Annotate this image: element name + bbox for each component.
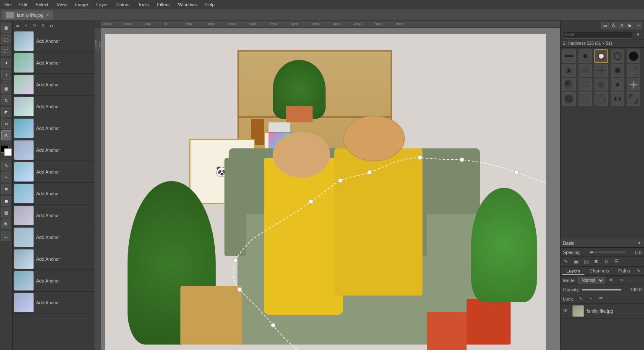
- brush-item-splat1[interactable]: [562, 92, 576, 106]
- tool-eraser[interactable]: ✖: [1, 184, 11, 194]
- tab-channels[interactable]: Channels: [585, 267, 613, 275]
- brush-item-soft[interactable]: [611, 64, 624, 77]
- menu-filters[interactable]: Filters: [156, 1, 172, 8]
- brush-item-star[interactable]: ★: [562, 64, 576, 77]
- menu-file[interactable]: File: [2, 1, 13, 8]
- anchor-item-2[interactable]: Add Anchor: [13, 74, 94, 96]
- brush-item-texture2[interactable]: [579, 78, 592, 91]
- tool-zoom[interactable]: 🔍: [1, 219, 11, 229]
- brush-refresh-btn[interactable]: ↻: [602, 258, 610, 265]
- lock-alpha-btn[interactable]: ☷: [597, 296, 604, 302]
- brush-copy-btn[interactable]: ▣: [572, 258, 580, 265]
- brush-item-splat5[interactable]: [627, 92, 640, 106]
- layer-item-0[interactable]: 👁 family life.jpg: [561, 303, 644, 319]
- panel-grid-btn[interactable]: ☷: [601, 22, 609, 29]
- brush-item-texture4[interactable]: [611, 78, 624, 91]
- mode-reset-btn[interactable]: ↻: [618, 277, 625, 284]
- brush-item-texture3[interactable]: [594, 78, 608, 91]
- anchor-item-6[interactable]: Add Anchor: [13, 161, 94, 183]
- tool-paint[interactable]: ✎: [1, 161, 11, 171]
- mode-select[interactable]: Normal: [578, 277, 605, 284]
- brush-item-circle-selected[interactable]: [594, 49, 608, 63]
- background-color[interactable]: [4, 148, 12, 156]
- tool-transform[interactable]: ⇅: [1, 95, 11, 105]
- brush-more-btn[interactable]: ☰: [613, 258, 620, 265]
- mode-arrow-btn[interactable]: ▼: [608, 277, 615, 284]
- brush-item-texture5[interactable]: [627, 78, 640, 91]
- menu-tools[interactable]: Tools: [136, 1, 151, 8]
- tool-flip[interactable]: ⇔: [1, 119, 11, 129]
- layer-visibility-icon[interactable]: 👁: [563, 308, 570, 314]
- panel-text-btn[interactable]: A: [610, 22, 617, 29]
- mode-more-btn[interactable]: ⋮: [628, 277, 635, 284]
- tool-ellipse-select[interactable]: ◯: [1, 34, 11, 44]
- brush-filter-input[interactable]: [563, 31, 632, 39]
- brush-edit-btn[interactable]: ✎: [562, 258, 570, 265]
- menu-select[interactable]: Select: [34, 1, 50, 8]
- left-panel-refresh-icon[interactable]: ↻: [31, 22, 38, 29]
- menu-colors[interactable]: Colors: [115, 1, 131, 8]
- brush-item-circle-lg[interactable]: [627, 49, 640, 63]
- anchor-item-5[interactable]: Add Anchor: [13, 139, 94, 161]
- anchor-item-8[interactable]: Add Anchor: [13, 205, 94, 226]
- left-panel-view-icon[interactable]: ☷: [48, 22, 55, 29]
- tool-measure[interactable]: ∟: [1, 231, 11, 241]
- opacity-slider[interactable]: [582, 289, 621, 290]
- anchor-item-0[interactable]: Add Anchor: [13, 30, 94, 52]
- brush-category-row[interactable]: Basic, ▼: [561, 239, 644, 248]
- brush-filter-arrow[interactable]: ▼: [635, 31, 641, 38]
- brush-item-cross-dots[interactable]: [594, 64, 608, 77]
- tool-warp[interactable]: ◤: [1, 107, 11, 117]
- color-swatches[interactable]: [1, 145, 12, 156]
- menu-layer[interactable]: Layer: [95, 1, 110, 8]
- brush-item-dots[interactable]: [579, 64, 592, 77]
- brush-item-circle-sm[interactable]: [579, 49, 592, 63]
- canvas-viewport[interactable]: 🐼: [101, 28, 560, 350]
- tool-select-by-color[interactable]: ✧: [1, 70, 11, 80]
- menu-view[interactable]: View: [55, 1, 68, 8]
- brush-item-splat2[interactable]: [579, 92, 592, 106]
- anchor-item-7[interactable]: Add Anchor: [13, 183, 94, 205]
- anchor-item-9[interactable]: Add Anchor: [13, 226, 94, 248]
- tool-fill[interactable]: ◼: [1, 196, 11, 206]
- anchor-item-11[interactable]: Add Anchor: [13, 270, 94, 292]
- left-panel-options-icon[interactable]: ☰: [14, 22, 21, 29]
- tool-free-select[interactable]: ⛶: [1, 46, 11, 56]
- spacing-slider[interactable]: [590, 251, 625, 253]
- anchor-item-4[interactable]: Add Anchor: [13, 117, 94, 139]
- anchor-item-3[interactable]: Add Anchor: [13, 96, 94, 117]
- image-tab[interactable]: family life.jpg ×: [2, 10, 53, 20]
- brush-duplicate-btn[interactable]: ▤: [582, 258, 590, 265]
- tool-pencil[interactable]: ✏: [1, 172, 11, 182]
- brush-category-arrow[interactable]: ▼: [637, 241, 641, 245]
- brush-delete-btn[interactable]: ✖: [592, 258, 600, 265]
- brush-item-splat3[interactable]: [594, 92, 608, 106]
- anchor-item-1[interactable]: Add Anchor: [13, 52, 94, 74]
- left-panel-settings-icon[interactable]: ⚙: [39, 22, 46, 29]
- menu-help[interactable]: Help: [203, 1, 216, 8]
- menu-edit[interactable]: Edit: [18, 1, 29, 8]
- menu-windows[interactable]: Windows: [176, 1, 198, 8]
- tab-close-button[interactable]: ×: [46, 12, 49, 18]
- panel-settings-btn[interactable]: ⚙: [618, 22, 626, 29]
- panel-close-btn[interactable]: ―: [635, 22, 642, 29]
- layers-panel-config-btn[interactable]: ✎: [635, 267, 643, 275]
- brush-item-circle-outline[interactable]: [611, 49, 624, 63]
- tool-rectangle-select[interactable]: ▦: [1, 23, 11, 33]
- anchor-item-12[interactable]: Add Anchor: [13, 292, 94, 314]
- anchor-item-10[interactable]: Add Anchor: [13, 248, 94, 270]
- lock-position-btn[interactable]: +: [587, 296, 594, 302]
- brush-item-splat4[interactable]: [611, 92, 624, 106]
- panel-arrow-btn[interactable]: ▶: [626, 22, 634, 29]
- tool-gradient[interactable]: ▩: [1, 207, 11, 218]
- tool-crop[interactable]: ▦: [1, 83, 11, 93]
- tool-text[interactable]: A: [1, 130, 11, 140]
- brush-item-line[interactable]: [562, 49, 576, 63]
- menu-image[interactable]: Image: [73, 1, 90, 8]
- lock-pixels-btn[interactable]: ✎: [577, 296, 584, 302]
- tab-paths[interactable]: Paths: [614, 267, 634, 275]
- tool-fuzzy-select[interactable]: ✦: [1, 58, 11, 68]
- brush-item-scatter[interactable]: [627, 64, 640, 77]
- tab-layers[interactable]: Layers: [562, 267, 584, 275]
- brush-item-texture1[interactable]: [562, 78, 576, 91]
